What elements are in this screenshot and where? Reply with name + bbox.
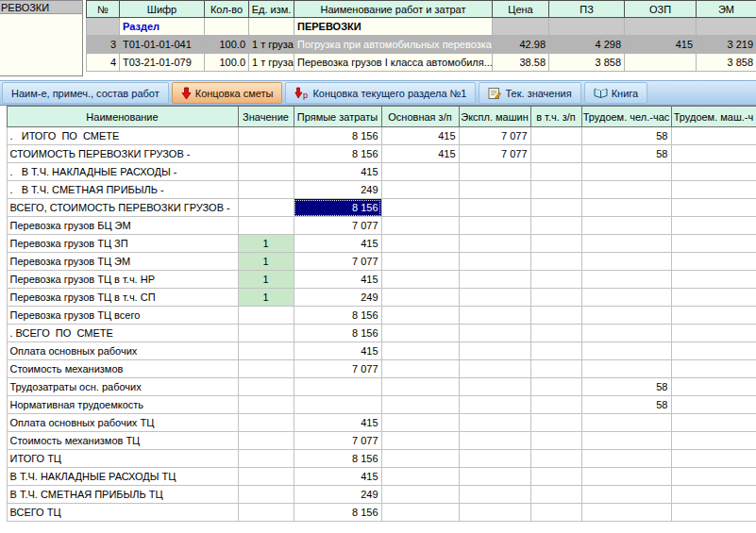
totals-basic-wage-cell[interactable] xyxy=(381,217,459,235)
totals-direct-cost-cell[interactable]: 415 xyxy=(294,342,381,360)
totals-direct-cost-cell[interactable]: 8 156 xyxy=(294,127,381,145)
totals-row[interactable]: . ИТОГО ПО СМЕТЕ 8 156 415 7 077 58 xyxy=(0,127,756,145)
totals-basic-wage-cell[interactable] xyxy=(381,414,459,432)
totals-machines-cell[interactable] xyxy=(459,360,530,378)
totals-row[interactable]: Перевозка грузов ТЦ ЭМ 1 7 077 xyxy=(0,253,756,271)
totals-basic-wage-cell[interactable] xyxy=(381,396,459,414)
section-code-cell[interactable]: Раздел xyxy=(120,18,205,36)
totals-name-cell[interactable]: Стоимость механизмов xyxy=(7,360,238,378)
totals-labor-machinehours-cell[interactable] xyxy=(671,450,756,468)
totals-direct-cost-cell[interactable]: 415 xyxy=(294,468,381,486)
totals-name-cell[interactable]: В Т.Ч. СМЕТНАЯ ПРИБЫЛЬ ТЦ xyxy=(7,486,238,504)
totals-row[interactable]: Оплата основных рабочих ТЦ 415 xyxy=(0,414,756,432)
totals-machines-cell[interactable] xyxy=(459,414,530,432)
totals-incl-wage-cell[interactable] xyxy=(530,450,581,468)
totals-name-cell[interactable]: Оплата основных рабочих ТЦ xyxy=(7,414,238,432)
totals-basic-wage-cell[interactable] xyxy=(381,181,459,199)
toolbar-button[interactable]: Наим-е, примеч., состав работ xyxy=(2,82,169,104)
item-quantity-cell[interactable]: 100.0 xyxy=(205,54,249,72)
totals-incl-wage-cell[interactable] xyxy=(530,378,581,396)
totals-name-cell[interactable]: . ВСЕГО ПО СМЕТЕ xyxy=(7,325,238,342)
totals-name-cell[interactable]: Перевозка грузов ТЦ в т.ч. НР xyxy=(7,271,238,289)
totals-value-cell[interactable] xyxy=(238,360,294,378)
totals-labor-manhours-cell[interactable]: 58 xyxy=(581,145,671,163)
totals-basic-wage-cell[interactable] xyxy=(381,235,459,253)
totals-labor-manhours-cell[interactable]: 58 xyxy=(581,378,671,396)
totals-incl-wage-cell[interactable] xyxy=(530,414,581,432)
totals-labor-machinehours-cell[interactable] xyxy=(671,127,756,145)
totals-machines-cell[interactable] xyxy=(459,307,530,325)
totals-incl-wage-cell[interactable] xyxy=(530,271,581,289)
totals-labor-machinehours-cell[interactable] xyxy=(671,199,756,217)
totals-name-cell[interactable]: ИТОГО ТЦ xyxy=(7,450,238,468)
item-unit-cell[interactable]: 1 т груза xyxy=(249,54,294,72)
totals-row[interactable]: Перевозка грузов ТЦ в т.ч. НР 1 415 xyxy=(0,271,756,289)
totals-labor-machinehours-cell[interactable] xyxy=(671,486,756,504)
totals-direct-cost-cell[interactable]: 7 077 xyxy=(294,253,381,271)
totals-direct-cost-cell[interactable]: 8 156 xyxy=(294,450,381,468)
item-name-cell[interactable]: Перевозка грузов I класса автомобиля... xyxy=(294,54,493,72)
totals-labor-manhours-cell[interactable] xyxy=(581,235,671,253)
item-unit-cell[interactable]: 1 т груза xyxy=(249,36,294,54)
toolbar-button[interactable]: р Концовка текущего раздела №1 xyxy=(285,82,476,104)
totals-basic-wage-cell[interactable] xyxy=(381,486,459,504)
item-pz-cell[interactable]: 3 858 xyxy=(549,54,625,72)
totals-row[interactable]: В Т.Ч. НАКЛАДНЫЕ РАСХОДЫ ТЦ 415 xyxy=(0,468,756,486)
totals-labor-manhours-cell[interactable] xyxy=(581,217,671,235)
totals-value-cell[interactable] xyxy=(238,163,294,181)
totals-labor-manhours-cell[interactable] xyxy=(581,253,671,271)
totals-value-cell[interactable] xyxy=(238,468,294,486)
totals-row[interactable]: Стоимость механизмов 7 077 xyxy=(0,360,756,378)
toolbar-button[interactable]: Концовка сметы xyxy=(172,82,283,104)
item-number-cell[interactable]: 3 xyxy=(87,36,120,54)
totals-row[interactable]: ВСЕГО, СТОИМОСТЬ ПЕРЕВОЗКИ ГРУЗОВ - 8 15… xyxy=(0,199,756,217)
totals-direct-cost-cell[interactable]: 415 xyxy=(294,414,381,432)
totals-labor-machinehours-cell[interactable] xyxy=(671,325,756,342)
estimate-item-row[interactable]: 3 Т01-01-01-041 100.0 1 т груза Погрузка… xyxy=(87,36,756,54)
totals-incl-wage-cell[interactable] xyxy=(530,163,581,181)
totals-value-cell[interactable] xyxy=(238,414,294,432)
totals-machines-cell[interactable] xyxy=(459,396,530,414)
totals-incl-wage-cell[interactable] xyxy=(530,468,581,486)
totals-value-cell[interactable] xyxy=(238,181,294,199)
totals-direct-cost-cell[interactable]: 8 156 xyxy=(294,307,381,325)
totals-value-cell[interactable] xyxy=(238,432,294,450)
totals-machines-cell[interactable] xyxy=(459,504,530,522)
totals-labor-manhours-cell[interactable] xyxy=(581,504,671,522)
toolbar-button[interactable]: Тек. значения xyxy=(479,82,580,104)
totals-labor-machinehours-cell[interactable] xyxy=(671,217,756,235)
totals-incl-wage-cell[interactable] xyxy=(530,432,581,450)
totals-machines-cell[interactable] xyxy=(459,432,530,450)
totals-incl-wage-cell[interactable] xyxy=(530,307,581,325)
totals-name-cell[interactable]: ВСЕГО, СТОИМОСТЬ ПЕРЕВОЗКИ ГРУЗОВ - xyxy=(7,199,238,217)
totals-labor-machinehours-cell[interactable] xyxy=(671,253,756,271)
totals-incl-wage-cell[interactable] xyxy=(530,181,581,199)
totals-incl-wage-cell[interactable] xyxy=(530,145,581,163)
totals-machines-cell[interactable] xyxy=(459,450,530,468)
totals-labor-manhours-cell[interactable] xyxy=(581,468,671,486)
totals-machines-cell[interactable] xyxy=(459,289,530,307)
totals-direct-cost-cell[interactable]: 7 077 xyxy=(294,360,381,378)
totals-name-cell[interactable]: СТОИМОСТЬ ПЕРЕВОЗКИ ГРУЗОВ - xyxy=(7,145,238,163)
totals-row[interactable]: ИТОГО ТЦ 8 156 xyxy=(0,450,756,468)
totals-row[interactable]: Нормативная трудоемкость 58 xyxy=(0,396,756,414)
totals-value-cell[interactable] xyxy=(238,504,294,522)
totals-name-cell[interactable]: . ИТОГО ПО СМЕТЕ xyxy=(7,127,238,145)
totals-labor-machinehours-cell[interactable] xyxy=(671,271,756,289)
totals-row[interactable]: ВСЕГО ТЦ 8 156 xyxy=(0,504,756,522)
totals-row[interactable]: Трудозатраты осн. рабочих 58 xyxy=(0,378,756,396)
totals-row[interactable]: . В Т.Ч. СМЕТНАЯ ПРИБЫЛЬ - 249 xyxy=(0,181,756,199)
totals-basic-wage-cell[interactable] xyxy=(381,504,459,522)
totals-incl-wage-cell[interactable] xyxy=(530,504,581,522)
totals-row[interactable]: Перевозка грузов БЦ ЭМ 7 077 xyxy=(0,217,756,235)
totals-direct-cost-cell[interactable]: 8 156 xyxy=(294,145,381,163)
totals-basic-wage-cell[interactable]: 415 xyxy=(381,127,459,145)
totals-direct-cost-cell[interactable]: 415 xyxy=(294,163,381,181)
totals-row[interactable]: Перевозка грузов ТЦ в т.ч. СП 1 249 xyxy=(0,289,756,307)
totals-incl-wage-cell[interactable] xyxy=(530,360,581,378)
totals-labor-manhours-cell[interactable] xyxy=(581,307,671,325)
totals-basic-wage-cell[interactable] xyxy=(381,378,459,396)
totals-labor-machinehours-cell[interactable] xyxy=(671,378,756,396)
section-name-cell[interactable]: ПЕРЕВОЗКИ xyxy=(294,18,493,36)
item-code-cell[interactable]: Т03-21-01-079 xyxy=(120,54,205,72)
